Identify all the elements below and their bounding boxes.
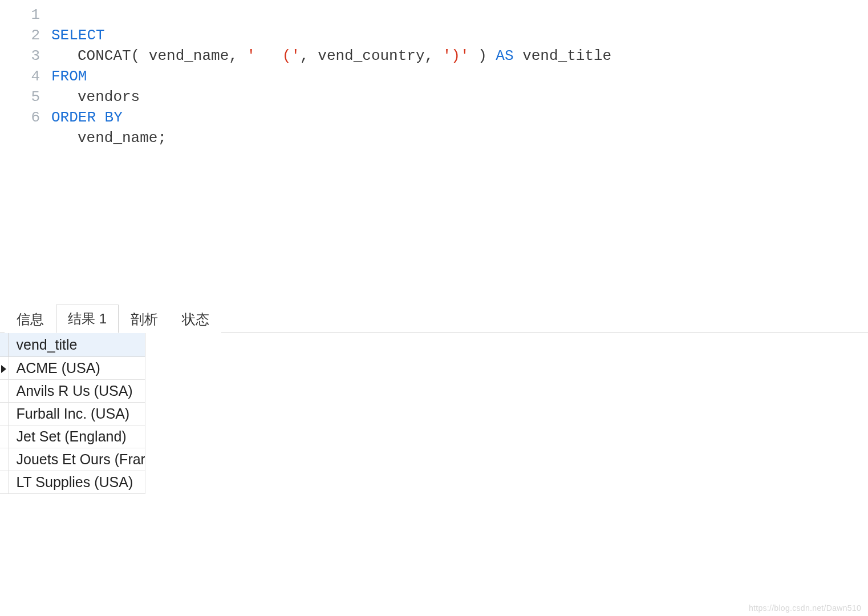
tab-status[interactable]: 状态: [170, 305, 221, 333]
code-text: CONCAT( vend_name,: [78, 47, 246, 64]
row-marker-cell: [0, 471, 8, 494]
table-row[interactable]: Furball Inc. (USA): [0, 403, 145, 425]
keyword-orderby: ORDER BY: [51, 109, 123, 126]
cell-value[interactable]: Jet Set (England): [8, 425, 145, 448]
row-marker-cell: [0, 403, 8, 425]
keyword-from: FROM: [51, 68, 87, 85]
row-marker-cell: [0, 448, 8, 471]
code-text: ): [469, 47, 496, 64]
line-number: 4: [0, 66, 40, 87]
code-text: vend_name;: [78, 129, 167, 147]
row-marker-header: [0, 333, 8, 357]
string-literal: ' (': [246, 47, 300, 64]
row-marker-cell: [0, 425, 8, 448]
column-header[interactable]: vend_title: [8, 333, 145, 357]
row-marker-cell: [0, 357, 8, 380]
keyword-as: AS: [496, 47, 513, 64]
line-number: 2: [0, 25, 40, 46]
table-row[interactable]: LT Supplies (USA): [0, 471, 145, 494]
current-row-icon: [1, 365, 6, 373]
code-content[interactable]: SELECT CONCAT( vend_name, ' (', vend_cou…: [51, 0, 868, 308]
cell-value[interactable]: Furball Inc. (USA): [8, 403, 145, 425]
code-text: , vend_country,: [300, 47, 443, 64]
table-row[interactable]: Jet Set (England): [0, 425, 145, 448]
line-number-gutter: 1 2 3 4 5 6: [0, 0, 51, 308]
line-number: 3: [0, 46, 40, 66]
sql-editor[interactable]: 1 2 3 4 5 6 SELECT CONCAT( vend_name, ' …: [0, 0, 868, 308]
tab-analysis[interactable]: 剖析: [119, 305, 170, 333]
row-marker-cell: [0, 380, 8, 403]
results-panel: vend_title ACME (USA) Anvils R Us (USA) …: [0, 333, 868, 494]
table-row[interactable]: Jouets Et Ours (Frar: [0, 448, 145, 471]
result-tabs: 信息 结果 1 剖析 状态: [0, 308, 868, 333]
cell-value[interactable]: ACME (USA): [8, 357, 145, 380]
table-row[interactable]: ACME (USA): [0, 357, 145, 380]
line-number: 5: [0, 87, 40, 107]
keyword-select: SELECT: [51, 27, 105, 44]
line-number: 6: [0, 107, 40, 128]
cell-value[interactable]: LT Supplies (USA): [8, 471, 145, 494]
watermark-text: https://blog.csdn.net/Dawn510: [749, 603, 861, 613]
table-row[interactable]: Anvils R Us (USA): [0, 380, 145, 403]
code-text: vendors: [78, 88, 140, 106]
tab-info[interactable]: 信息: [5, 305, 56, 333]
tab-result[interactable]: 结果 1: [56, 305, 119, 333]
cell-value[interactable]: Anvils R Us (USA): [8, 380, 145, 403]
results-table[interactable]: vend_title ACME (USA) Anvils R Us (USA) …: [0, 333, 145, 494]
line-number: 1: [0, 5, 40, 25]
string-literal: ')': [443, 47, 469, 64]
code-text: vend_title: [514, 47, 612, 64]
cell-value[interactable]: Jouets Et Ours (Frar: [8, 448, 145, 471]
